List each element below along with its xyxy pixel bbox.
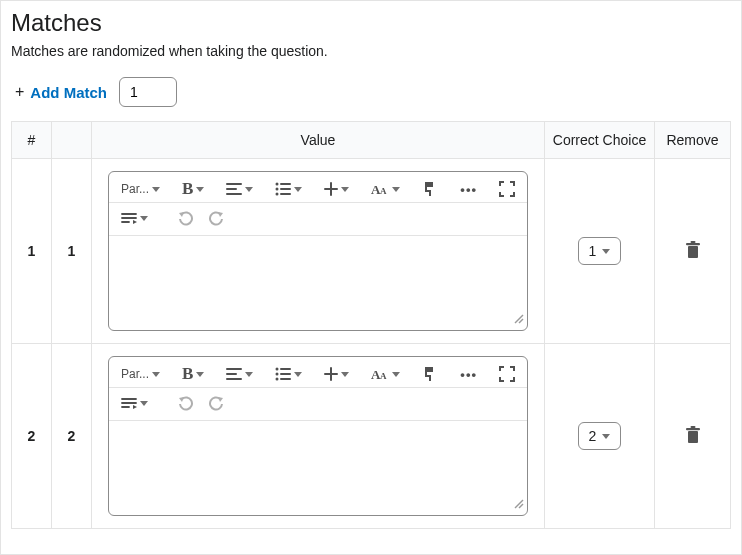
rich-text-editor[interactable]: Par... B bbox=[108, 356, 528, 516]
svg-rect-19 bbox=[686, 243, 700, 245]
chevron-down-icon bbox=[602, 434, 610, 439]
select-value: 2 bbox=[589, 428, 597, 444]
indent-button[interactable] bbox=[117, 392, 152, 414]
editor-content[interactable] bbox=[109, 236, 527, 330]
svg-point-4 bbox=[276, 188, 279, 191]
fullscreen-button[interactable] bbox=[495, 178, 519, 200]
table-row: 2 2 Par... B bbox=[12, 344, 731, 529]
add-match-button[interactable]: Add Match bbox=[30, 84, 107, 101]
svg-point-3 bbox=[276, 183, 279, 186]
row-number: 2 bbox=[12, 344, 52, 529]
undo-button[interactable] bbox=[174, 207, 198, 229]
editor-toolbar: Par... B bbox=[109, 172, 527, 203]
editor-toolbar-row2 bbox=[109, 388, 527, 421]
header-remove: Remove bbox=[655, 122, 731, 159]
svg-rect-40 bbox=[686, 428, 700, 430]
remove-button[interactable] bbox=[685, 426, 701, 444]
remove-button[interactable] bbox=[685, 241, 701, 259]
matches-panel: Matches Matches are randomized when taki… bbox=[0, 0, 742, 555]
chevron-down-icon bbox=[602, 249, 610, 254]
page-subtitle: Matches are randomized when taking the q… bbox=[11, 43, 731, 59]
select-value: 1 bbox=[589, 243, 597, 259]
svg-line-16 bbox=[515, 315, 523, 323]
correct-choice-select[interactable]: 2 bbox=[578, 422, 622, 450]
header-num: # bbox=[12, 122, 52, 159]
list-button[interactable] bbox=[271, 178, 306, 200]
indent-button[interactable] bbox=[117, 207, 152, 229]
header-choice: Correct Choice bbox=[545, 122, 655, 159]
add-match-row: + Add Match bbox=[15, 77, 731, 107]
format-painter-button[interactable] bbox=[418, 178, 442, 200]
paragraph-style-button[interactable]: Par... bbox=[117, 363, 164, 385]
row-number: 1 bbox=[12, 159, 52, 344]
align-button[interactable] bbox=[222, 363, 257, 385]
redo-button[interactable] bbox=[204, 207, 228, 229]
bold-button[interactable]: B bbox=[178, 363, 208, 385]
svg-rect-41 bbox=[690, 426, 695, 428]
list-button[interactable] bbox=[271, 363, 306, 385]
svg-point-26 bbox=[276, 378, 279, 381]
editor-toolbar: Par... B bbox=[109, 357, 527, 388]
insert-button[interactable] bbox=[320, 363, 353, 385]
align-button[interactable] bbox=[222, 178, 257, 200]
svg-point-25 bbox=[276, 373, 279, 376]
resize-handle-icon[interactable] bbox=[512, 311, 524, 327]
correct-choice-select[interactable]: 1 bbox=[578, 237, 622, 265]
redo-button[interactable] bbox=[204, 392, 228, 414]
insert-button[interactable] bbox=[320, 178, 353, 200]
svg-line-37 bbox=[515, 500, 523, 508]
svg-text:A: A bbox=[380, 186, 387, 196]
bold-button[interactable]: B bbox=[178, 178, 208, 200]
svg-rect-20 bbox=[690, 241, 695, 243]
format-painter-button[interactable] bbox=[418, 363, 442, 385]
fullscreen-button[interactable] bbox=[495, 363, 519, 385]
editor-content[interactable] bbox=[109, 421, 527, 515]
svg-point-5 bbox=[276, 193, 279, 196]
svg-rect-18 bbox=[688, 246, 698, 258]
svg-line-17 bbox=[519, 319, 523, 323]
font-button[interactable]: AA bbox=[367, 178, 404, 200]
row-id: 1 bbox=[52, 159, 92, 344]
svg-line-38 bbox=[519, 504, 523, 508]
add-match-count-input[interactable] bbox=[119, 77, 177, 107]
paragraph-style-button[interactable]: Par... bbox=[117, 178, 164, 200]
editor-toolbar-row2 bbox=[109, 203, 527, 236]
svg-point-24 bbox=[276, 368, 279, 371]
plus-icon: + bbox=[15, 83, 24, 101]
row-id: 2 bbox=[52, 344, 92, 529]
more-button[interactable]: ••• bbox=[456, 363, 481, 385]
header-id bbox=[52, 122, 92, 159]
rich-text-editor[interactable]: Par... B bbox=[108, 171, 528, 331]
page-title: Matches bbox=[11, 9, 731, 37]
undo-button[interactable] bbox=[174, 392, 198, 414]
resize-handle-icon[interactable] bbox=[512, 496, 524, 512]
svg-rect-39 bbox=[688, 431, 698, 443]
table-row: 1 1 Par... B bbox=[12, 159, 731, 344]
font-button[interactable]: AA bbox=[367, 363, 404, 385]
more-button[interactable]: ••• bbox=[456, 178, 481, 200]
matches-table: # Value Correct Choice Remove 1 1 Par...… bbox=[11, 121, 731, 529]
header-value: Value bbox=[92, 122, 545, 159]
svg-text:A: A bbox=[380, 371, 387, 381]
